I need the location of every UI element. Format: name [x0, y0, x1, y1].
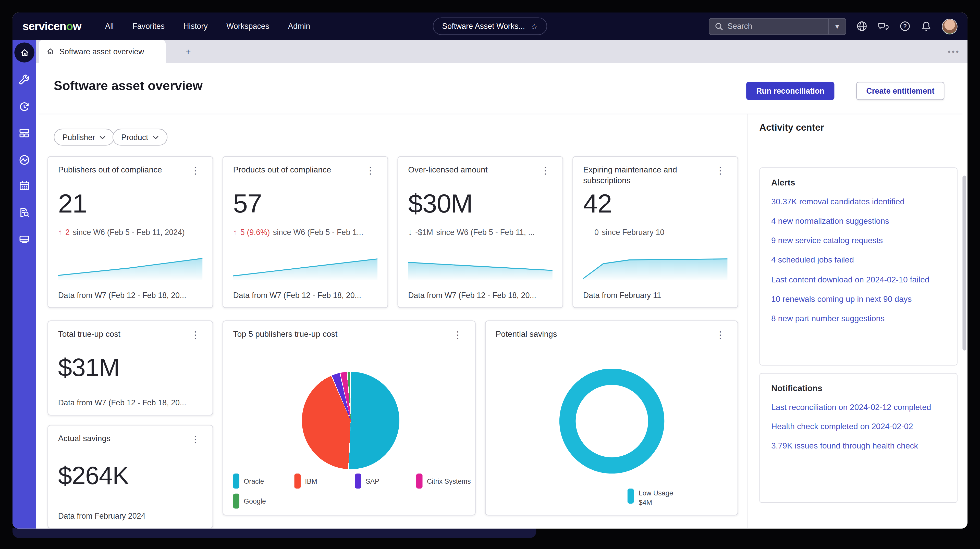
card-footer: Data from W7 (Feb 12 - Feb 18, 20... [58, 398, 206, 407]
legend-item[interactable]: Citrix Systems [416, 473, 471, 489]
legend-swatch [355, 473, 361, 489]
kebab-menu-icon[interactable]: ⋮ [363, 165, 377, 176]
sidebar-history-cycle-icon[interactable] [18, 100, 30, 113]
run-reconciliation-button[interactable]: Run reconciliation [746, 82, 834, 100]
kpi-delta: — 0 since February 10 [583, 227, 728, 237]
kebab-menu-icon[interactable]: ⋮ [713, 329, 727, 340]
tab-overflow-icon[interactable]: ••• [948, 40, 960, 63]
kpi-delta: ↑ 5 (9.6%) since W6 (Feb 5 - Feb 1... [233, 227, 377, 237]
servicenow-logo[interactable]: servicenow [22, 20, 81, 33]
notification-link[interactable]: Health check completed on 2024-02-02 [771, 421, 945, 432]
product-filter[interactable]: Product [113, 129, 168, 145]
donut-chart[interactable] [559, 369, 664, 473]
alert-link[interactable]: 4 new normalization suggestions [771, 216, 945, 226]
card-footer: Data from W7 (Feb 12 - Feb 18, 20... [233, 291, 381, 300]
sidebar-devices-icon[interactable] [18, 232, 30, 245]
card-footer: Data from W7 (Feb 12 - Feb 18, 20... [58, 291, 206, 300]
donut-legend[interactable]: Low Usage$4M [628, 489, 673, 508]
legend-label: Oracle [244, 477, 264, 485]
kpi-card-products-out-of-compliance: Products out of compliance⋮ 57 ↑ 5 (9.6%… [223, 156, 388, 308]
nav-item-workspaces[interactable]: Workspaces [226, 22, 269, 31]
create-entitlement-button[interactable]: Create entitlement [856, 82, 944, 100]
kebab-menu-icon[interactable]: ⋮ [188, 165, 202, 176]
sidebar-performance-icon[interactable] [18, 154, 30, 166]
kpi-value: 57 [233, 190, 377, 217]
sparkline-chart [58, 255, 203, 280]
favorite-star-icon[interactable]: ☆ [531, 21, 538, 31]
legend-item[interactable]: IBM [294, 473, 355, 489]
nav-item-favorites[interactable]: Favorites [132, 22, 165, 31]
logo-part: w [73, 20, 81, 32]
sidebar-layout-icon[interactable] [18, 127, 30, 139]
legend-label: Citrix Systems [427, 477, 471, 485]
tab-label: Software asset overview [59, 47, 144, 56]
kebab-menu-icon[interactable]: ⋮ [188, 329, 202, 340]
kebab-menu-icon[interactable]: ⋮ [188, 434, 202, 444]
kpi-value: 42 [583, 190, 728, 217]
legend-item[interactable]: SAP [355, 473, 416, 489]
publisher-filter-label: Publisher [62, 133, 95, 141]
trend-up-icon: ↑ [58, 227, 62, 237]
pie-chart[interactable] [302, 372, 399, 469]
content-scrollbar [963, 63, 966, 528]
stat-card-total-true-up-cost: Total true-up cost⋮ $31M Data from W7 (F… [48, 321, 213, 415]
header-divider [39, 114, 963, 114]
delta-value: 2 [65, 228, 70, 236]
alert-link[interactable]: 10 renewals coming up in next 90 days [771, 294, 945, 304]
legend-item[interactable]: Oracle [233, 473, 294, 489]
nav-item-all[interactable]: All [105, 22, 114, 31]
search-dropdown-caret[interactable]: ▼ [829, 23, 845, 30]
alert-link[interactable]: 9 new service catalog requests [771, 235, 945, 246]
kpi-value: 21 [58, 190, 203, 217]
product-filter-label: Product [121, 133, 148, 141]
alerts-heading: Alerts [771, 178, 945, 187]
kebab-menu-icon[interactable]: ⋮ [713, 165, 727, 176]
tab-software-asset-overview[interactable]: Software asset overview [39, 40, 165, 63]
chat-icon[interactable] [877, 21, 889, 32]
sidebar-wrench-icon[interactable] [18, 74, 30, 86]
notifications-bell-icon[interactable] [921, 21, 932, 32]
legend-swatch [233, 473, 239, 489]
help-icon[interactable]: ? [899, 21, 911, 32]
top-header: servicenow All Favorites History Workspa… [13, 13, 967, 40]
alert-link[interactable]: 30.37K removal candidates identified [771, 196, 945, 207]
trend-flat-icon: — [583, 227, 591, 237]
kebab-menu-icon[interactable]: ⋮ [451, 329, 465, 340]
chevron-down-icon [153, 135, 159, 139]
kebab-menu-icon[interactable]: ⋮ [538, 165, 552, 176]
alert-link[interactable]: 8 new part number suggestions [771, 313, 945, 324]
legend-item[interactable]: Google [233, 493, 294, 509]
user-avatar[interactable] [942, 18, 958, 34]
delta-caption: since W6 (Feb 5 - Feb 1... [273, 228, 363, 236]
add-tab-button[interactable]: + [179, 40, 197, 63]
globe-icon[interactable] [856, 21, 867, 32]
trend-up-icon: ↑ [233, 227, 237, 237]
sparkline-chart [233, 255, 377, 280]
screenshot-stage: servicenow All Favorites History Workspa… [0, 0, 980, 549]
nav-item-admin[interactable]: Admin [288, 22, 310, 31]
scrollbar-thumb[interactable] [963, 176, 966, 351]
app-window: servicenow All Favorites History Workspa… [13, 13, 967, 528]
card-title: Actual savings [58, 434, 110, 444]
legend-label: SAP [366, 477, 380, 485]
sidebar-audit-search-icon[interactable] [18, 206, 30, 219]
notification-link[interactable]: Last reconciliation on 2024-02-12 comple… [771, 402, 945, 413]
alert-link[interactable]: 4 scheduled jobs failed [771, 255, 945, 265]
main-content: Software asset overview Run reconciliati… [36, 63, 967, 528]
legend-swatch [628, 489, 634, 504]
sidebar-calendar-icon[interactable] [18, 179, 30, 192]
stat-value: $264K [58, 463, 203, 488]
sidebar-home-button[interactable] [14, 43, 34, 62]
nav-item-history[interactable]: History [183, 22, 208, 31]
workspace-pill[interactable]: Software Asset Works... ☆ [433, 17, 547, 35]
legend-swatch [233, 493, 239, 509]
notification-link[interactable]: 3.79K issues found through health check [771, 441, 945, 451]
card-title: Over-licensed amount [408, 165, 487, 186]
publisher-filter[interactable]: Publisher [54, 129, 115, 145]
card-footer: Data from February 2024 [58, 512, 206, 520]
search-input[interactable] [728, 22, 828, 31]
notifications-panel: Notifications Last reconciliation on 202… [759, 373, 958, 503]
alert-link[interactable]: Last content download on 2024-02-10 fail… [771, 274, 945, 285]
card-footer: Data from February 11 [583, 291, 731, 300]
card-title: Publishers out of compliance [58, 165, 162, 186]
